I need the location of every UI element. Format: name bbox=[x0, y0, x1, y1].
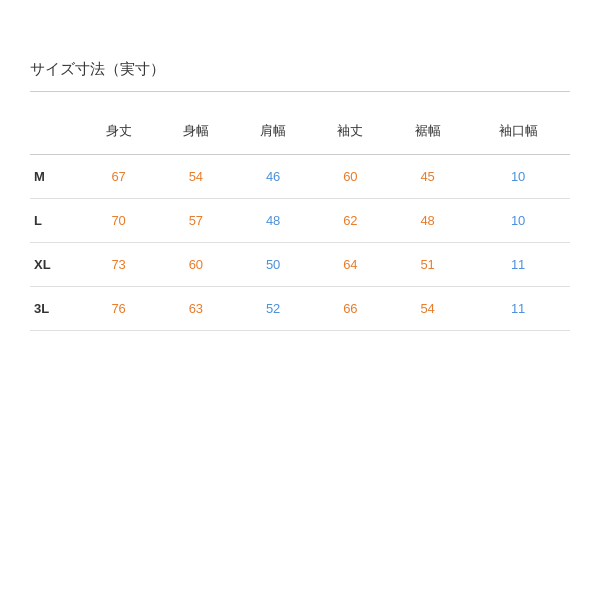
size-value: 63 bbox=[157, 287, 234, 331]
size-value: 46 bbox=[235, 155, 312, 199]
size-value: 10 bbox=[466, 155, 570, 199]
size-value: 70 bbox=[80, 199, 157, 243]
size-table: 身丈 身幅 肩幅 袖丈 裾幅 袖口幅 M675446604510L7057486… bbox=[30, 112, 570, 331]
section-title: サイズ寸法（実寸） bbox=[30, 60, 570, 79]
top-divider bbox=[30, 91, 570, 92]
header-size bbox=[30, 112, 80, 155]
size-value: 52 bbox=[235, 287, 312, 331]
size-value: 60 bbox=[312, 155, 389, 199]
size-value: 10 bbox=[466, 199, 570, 243]
table-row: M675446604510 bbox=[30, 155, 570, 199]
size-value: 45 bbox=[389, 155, 466, 199]
size-value: 48 bbox=[389, 199, 466, 243]
header-sleeve: 袖丈 bbox=[312, 112, 389, 155]
size-value: 66 bbox=[312, 287, 389, 331]
table-row: XL736050645111 bbox=[30, 243, 570, 287]
size-value: 76 bbox=[80, 287, 157, 331]
size-value: 54 bbox=[389, 287, 466, 331]
size-value: 60 bbox=[157, 243, 234, 287]
size-value: 64 bbox=[312, 243, 389, 287]
size-value: 51 bbox=[389, 243, 466, 287]
header-body-width: 身幅 bbox=[157, 112, 234, 155]
size-value: 62 bbox=[312, 199, 389, 243]
size-value: 54 bbox=[157, 155, 234, 199]
header-body-length: 身丈 bbox=[80, 112, 157, 155]
size-value: 57 bbox=[157, 199, 234, 243]
size-value: 73 bbox=[80, 243, 157, 287]
table-row: L705748624810 bbox=[30, 199, 570, 243]
size-value: 11 bbox=[466, 287, 570, 331]
size-value: 50 bbox=[235, 243, 312, 287]
header-hem: 裾幅 bbox=[389, 112, 466, 155]
size-value: 48 bbox=[235, 199, 312, 243]
table-header-row: 身丈 身幅 肩幅 袖丈 裾幅 袖口幅 bbox=[30, 112, 570, 155]
page-container: サイズ寸法（実寸） 身丈 身幅 肩幅 袖丈 裾幅 袖口幅 M6754466045… bbox=[0, 0, 600, 361]
size-label: XL bbox=[30, 243, 80, 287]
size-value: 67 bbox=[80, 155, 157, 199]
table-row: 3L766352665411 bbox=[30, 287, 570, 331]
size-label: 3L bbox=[30, 287, 80, 331]
size-label: M bbox=[30, 155, 80, 199]
size-label: L bbox=[30, 199, 80, 243]
header-cuff: 袖口幅 bbox=[466, 112, 570, 155]
header-shoulder: 肩幅 bbox=[235, 112, 312, 155]
size-value: 11 bbox=[466, 243, 570, 287]
